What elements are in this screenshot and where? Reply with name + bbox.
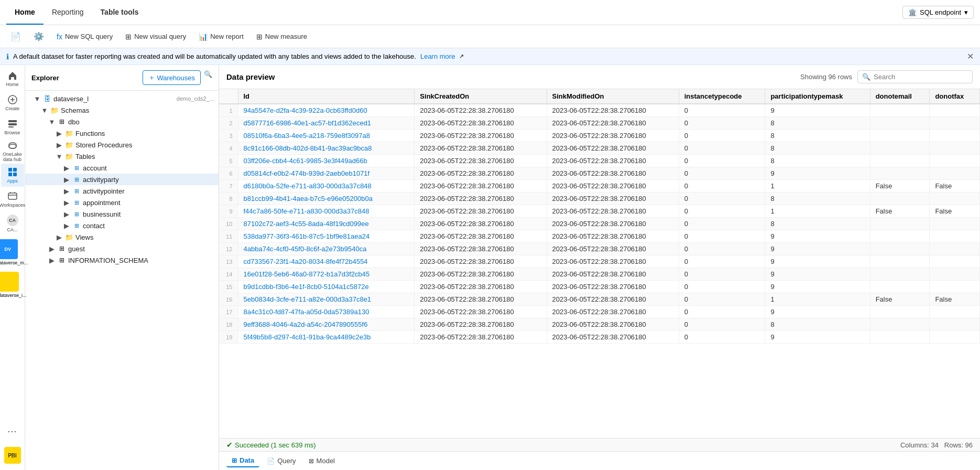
tab-reporting[interactable]: Reporting: [43, 0, 92, 25]
cell-sinkmodifiedon: 2023-06-05T22:28:38.2706180: [547, 268, 679, 281]
tree-item-tables[interactable]: ▼ 📁 Tables: [25, 151, 219, 162]
sidebar-item-create[interactable]: Create: [1, 91, 24, 114]
cell-instancetypecode: 0: [679, 142, 765, 155]
sidebar-item-browse[interactable]: Browse: [1, 115, 24, 138]
row-num: 4: [219, 142, 238, 155]
tree-item-information-schema[interactable]: ▶ ⊞ INFORMATION_SCHEMA: [25, 254, 219, 266]
tree-item-guest[interactable]: ▶ ⊞ guest: [25, 243, 219, 254]
tree-item-stored-procedures[interactable]: ▶ 📁 Stored Procedures: [25, 139, 219, 151]
search-input[interactable]: [874, 73, 968, 81]
tree-item-activitypointer[interactable]: ▶ ⊞ activitypointer: [25, 185, 219, 197]
cell-id: 538da977-36f3-461b-87c5-1bf9e81aea24: [238, 230, 415, 243]
sidebar-item-home[interactable]: Home: [1, 67, 24, 90]
sidebar-item-ca[interactable]: CA CA...: [1, 212, 24, 235]
learn-more-link[interactable]: Learn more: [420, 52, 455, 60]
cell-sinkmodifiedon: 2023-06-05T22:28:38.2706180: [547, 243, 679, 255]
table-row: 17 8a4c31c0-fd87-47fa-a05d-0da57389a130 …: [219, 306, 980, 318]
tree-item-schemas[interactable]: ▼ 📁 Schemas: [25, 104, 219, 116]
cell-participationtypemask: 8: [765, 130, 870, 142]
tree-item-appointment[interactable]: ▶ ⊞ appointment: [25, 197, 219, 208]
table-row: 13 cd733567-23f1-4a20-8034-8fe4f72b4554 …: [219, 255, 980, 268]
cell-sinkmodifiedon: 2023-06-05T22:28:38.2706180: [547, 331, 679, 344]
tree-item-db[interactable]: ▼ 🗄 dataverse_l demo_cds2_...: [25, 93, 219, 104]
col-header-donotfax[interactable]: donotfax: [930, 89, 980, 104]
tree-item-dbo[interactable]: ▼ ⊞ dbo: [25, 116, 219, 127]
tab-model[interactable]: ⊠ Model: [303, 455, 340, 467]
tree-item-account[interactable]: ▶ ⊞ account: [25, 162, 219, 174]
col-header-id[interactable]: Id: [238, 89, 415, 104]
page-icon: 📄: [10, 31, 21, 41]
preview-title: Data preview: [226, 72, 275, 81]
cell-donotemail: False: [870, 293, 930, 306]
icon-sidebar: Home Create Browse OneLake data hub Apps…: [0, 65, 25, 470]
col-header-participationtypemask[interactable]: participationtypemask: [765, 89, 870, 104]
tree-item-functions[interactable]: ▶ 📁 Functions: [25, 127, 219, 139]
cell-sinkmodifiedon: 2023-06-05T22:28:38.2706180: [547, 180, 679, 193]
tree-item-views[interactable]: ▶ 📁 Views: [25, 231, 219, 243]
dataverse-i-thumbnail[interactable]: ⚡: [0, 272, 19, 292]
search-box[interactable]: 🔍: [857, 70, 973, 83]
status-success: ✔ Succeeded (1 sec 639 ms): [226, 441, 316, 449]
cell-instancetypecode: 0: [679, 318, 765, 331]
tab-data[interactable]: ⊞ Data: [226, 454, 259, 467]
tree-item-contact[interactable]: ▶ ⊞ contact: [25, 220, 219, 231]
cell-sinkcreatedon: 2023-06-05T22:28:38.2706180: [415, 205, 547, 218]
cell-id: 8a4c31c0-fd87-47fa-a05d-0da57389a130: [238, 306, 415, 318]
chevron-right-icon: ▶: [56, 130, 63, 137]
cell-participationtypemask: 9: [765, 268, 870, 281]
page-icon-btn[interactable]: 📄: [5, 29, 26, 44]
sql-endpoint-btn[interactable]: 🏛️ SQL endpoint ▾: [902, 6, 974, 19]
settings-btn[interactable]: ⚙️: [28, 29, 49, 44]
col-header-donotemail[interactable]: donotemail: [870, 89, 930, 104]
row-num: 10: [219, 218, 238, 230]
dataverse-m-thumbnail[interactable]: DV: [0, 239, 18, 259]
sidebar-item-dataverse-i[interactable]: ⚡ dataverse_i...: [0, 269, 28, 300]
sidebar-item-apps[interactable]: Apps: [1, 164, 24, 187]
sidebar-item-dataverse-m[interactable]: DV dataverse_m...: [0, 236, 29, 268]
cell-sinkmodifiedon: 2023-06-05T22:28:38.2706180: [547, 142, 679, 155]
close-info-btn[interactable]: ✕: [967, 51, 974, 61]
tab-home[interactable]: Home: [6, 0, 43, 25]
sidebar-item-workspaces[interactable]: Workspaces: [1, 188, 24, 211]
success-icon: ✔: [226, 441, 233, 449]
cell-instancetypecode: 0: [679, 255, 765, 268]
col-header-sinkcreatedon[interactable]: SinkCreatedOn: [415, 89, 547, 104]
new-sql-query-btn[interactable]: fx New SQL query: [51, 30, 118, 43]
cell-id: b9d1cdbb-f3b6-4e1f-8cb0-5104a1c5872e: [238, 281, 415, 293]
cell-instancetypecode: 0: [679, 306, 765, 318]
add-warehouses-btn[interactable]: ＋ Warehouses: [143, 70, 201, 85]
tab-table-tools[interactable]: Table tools: [92, 0, 147, 25]
cell-instancetypecode: 0: [679, 243, 765, 255]
cell-participationtypemask: 1: [765, 293, 870, 306]
preview-meta: Showing 96 rows 🔍: [800, 70, 973, 83]
tree-item-activityparty[interactable]: ▶ ⊞ activityparty: [25, 174, 219, 185]
new-measure-btn[interactable]: ⊞ New measure: [251, 30, 312, 43]
cell-participationtypemask: 9: [765, 243, 870, 255]
tab-query[interactable]: 📄 Query: [262, 455, 301, 467]
cell-id: d6180b0a-52fe-e711-a830-000d3a37c848: [238, 180, 415, 193]
sql-icon: fx: [57, 33, 62, 41]
cell-participationtypemask: 8: [765, 117, 870, 130]
search-icon[interactable]: 🔍: [204, 70, 212, 85]
col-header-instancetypecode[interactable]: instancetypecode: [679, 89, 765, 104]
new-report-btn[interactable]: 📊 New report: [193, 30, 249, 43]
svg-rect-1: [8, 120, 17, 122]
tree-item-businessunit[interactable]: ▶ ⊞ businessunit: [25, 208, 219, 220]
cell-donotfax: [930, 117, 980, 130]
new-visual-query-btn[interactable]: ⊞ New visual query: [120, 30, 191, 43]
sidebar-item-more[interactable]: ···: [1, 420, 24, 443]
table-icon: ⊞: [72, 198, 81, 207]
preview-header: Data preview Showing 96 rows 🔍: [219, 65, 980, 89]
col-header-sinkmodifiedon[interactable]: SinkModifiedOn: [547, 89, 679, 104]
cell-donotemail: [870, 268, 930, 281]
power-bi-icon[interactable]: PBI: [4, 447, 21, 464]
new-visual-query-label: New visual query: [134, 33, 186, 40]
row-num: 13: [219, 255, 238, 268]
cell-id: d5877716-6986-40e1-ac57-bf1d362eced1: [238, 117, 415, 130]
svg-rect-8: [13, 173, 17, 176]
bottom-tabs: ⊞ Data 📄 Query ⊠ Model: [219, 451, 980, 470]
cell-id: 87102c72-aef3-4c55-8ada-48f19cd099ee: [238, 218, 415, 230]
row-num: 11: [219, 230, 238, 243]
sidebar-item-onelake[interactable]: OneLake data hub: [1, 140, 24, 163]
table-icon: ⊞: [72, 221, 81, 230]
